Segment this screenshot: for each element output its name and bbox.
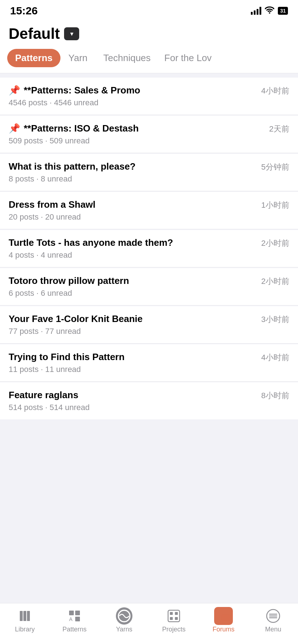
item-title: What is this pattern, please? — [9, 161, 256, 172]
page-title: Default — [9, 25, 60, 42]
item-meta: 77 posts · 77 unread — [9, 327, 256, 336]
item-title: Your Fave 1-Color Knit Beanie — [9, 313, 256, 325]
list-item[interactable]: Your Fave 1-Color Knit Beanie 77 posts ·… — [0, 306, 298, 344]
tab-techniques[interactable]: Techniques — [95, 49, 159, 67]
bottom-navigation: Library A Patterns Yarns — [0, 603, 298, 644]
menu-label: Menu — [265, 626, 281, 633]
nav-item-library[interactable]: Library — [7, 608, 43, 633]
list-item[interactable]: 📌 **Patterns: Sales & Promo 4546 posts ·… — [0, 78, 298, 115]
nav-item-forums[interactable]: Forums — [206, 608, 241, 633]
item-title: 📌 **Patterns: Sales & Promo — [9, 85, 256, 96]
item-meta: 11 posts · 11 unread — [9, 365, 256, 374]
header: Default ▾ — [0, 19, 298, 45]
item-content: Turtle Tots - has anyone made them? 4 po… — [9, 237, 261, 260]
item-meta: 20 posts · 20 unread — [9, 212, 256, 222]
nav-item-projects[interactable]: Projects — [156, 608, 192, 633]
item-content: Trying to Find this Pattern 11 posts · 1… — [9, 351, 261, 374]
svg-rect-6 — [75, 617, 80, 621]
list-item[interactable]: What is this pattern, please? 8 posts · … — [0, 154, 298, 191]
svg-rect-1 — [23, 611, 26, 621]
item-title: 📌 **Patterns: ISO & Destash — [9, 123, 263, 134]
svg-rect-14 — [221, 615, 230, 621]
item-content: Feature raglans 514 posts · 514 unread — [9, 390, 261, 412]
pin-icon: 📌 — [9, 85, 20, 96]
forums-label: Forums — [212, 626, 234, 633]
item-title: Trying to Find this Pattern — [9, 351, 256, 363]
svg-rect-8 — [168, 610, 180, 622]
item-content: What is this pattern, please? 8 posts · … — [9, 161, 261, 184]
svg-rect-2 — [27, 611, 30, 621]
item-time: 4小时前 — [261, 351, 289, 363]
tab-forlove[interactable]: For the Lov — [159, 49, 218, 67]
svg-rect-11 — [170, 617, 173, 620]
item-title: Turtle Tots - has anyone made them? — [9, 237, 256, 248]
header-title-row: Default ▾ — [9, 25, 289, 42]
nav-item-yarns[interactable]: Yarns — [106, 608, 142, 633]
menu-icon — [265, 608, 281, 624]
item-time: 5分钟前 — [261, 161, 289, 172]
item-time: 3小时前 — [261, 313, 289, 325]
dropdown-button[interactable]: ▾ — [64, 27, 79, 40]
item-content: Dress from a Shawl 20 posts · 20 unread — [9, 199, 261, 222]
item-content: 📌 **Patterns: Sales & Promo 4546 posts ·… — [9, 85, 261, 107]
chevron-down-icon: ▾ — [70, 30, 73, 38]
svg-rect-4 — [75, 611, 80, 615]
wifi-icon — [265, 6, 274, 15]
item-time: 4小时前 — [261, 85, 289, 96]
item-content: 📌 **Patterns: ISO & Destash 509 posts · … — [9, 123, 269, 146]
signal-icon — [251, 7, 261, 15]
status-time: 15:26 — [10, 5, 38, 17]
projects-label: Projects — [162, 626, 185, 633]
item-title: Feature raglans — [9, 390, 256, 401]
list-item[interactable]: 📌 **Patterns: ISO & Destash 509 posts · … — [0, 116, 298, 153]
item-meta: 8 posts · 8 unread — [9, 174, 256, 184]
yarns-label: Yarns — [116, 626, 132, 633]
svg-text:A: A — [69, 616, 73, 622]
library-label: Library — [15, 626, 35, 633]
item-time: 1小时前 — [261, 199, 289, 211]
tab-patterns[interactable]: Patterns — [7, 49, 60, 67]
item-title: Dress from a Shawl — [9, 199, 256, 210]
patterns-icon: A — [66, 608, 83, 624]
patterns-label: Patterns — [62, 626, 86, 633]
item-content: Totoro throw pillow pattern 6 posts · 6 … — [9, 275, 261, 298]
thread-list: 📌 **Patterns: Sales & Promo 4546 posts ·… — [0, 73, 298, 424]
status-icons: 31 — [251, 6, 288, 15]
item-title: Totoro throw pillow pattern — [9, 275, 256, 286]
svg-rect-0 — [20, 611, 23, 621]
tabs-bar: Patterns Yarn Techniques For the Lov — [0, 45, 298, 73]
list-item[interactable]: Totoro throw pillow pattern 6 posts · 6 … — [0, 268, 298, 305]
list-item[interactable]: Feature raglans 514 posts · 514 unread 8… — [0, 382, 298, 419]
item-time: 8小时前 — [261, 390, 289, 401]
nav-item-menu[interactable]: Menu — [255, 608, 291, 633]
projects-icon — [166, 608, 182, 624]
forums-icon — [215, 608, 232, 624]
list-item[interactable]: Dress from a Shawl 20 posts · 20 unread … — [0, 192, 298, 229]
item-meta: 509 posts · 509 unread — [9, 136, 263, 146]
svg-rect-10 — [175, 612, 178, 615]
list-item[interactable]: Trying to Find this Pattern 11 posts · 1… — [0, 344, 298, 382]
battery-icon: 31 — [278, 7, 288, 15]
pin-icon: 📌 — [9, 123, 20, 134]
nav-item-patterns[interactable]: A Patterns — [57, 608, 92, 633]
item-meta: 6 posts · 6 unread — [9, 289, 256, 298]
tab-yarn[interactable]: Yarn — [60, 49, 95, 67]
svg-rect-9 — [170, 612, 173, 615]
list-item[interactable]: Turtle Tots - has anyone made them? 4 po… — [0, 230, 298, 267]
svg-rect-12 — [175, 617, 178, 620]
item-content: Your Fave 1-Color Knit Beanie 77 posts ·… — [9, 313, 261, 336]
library-icon — [17, 608, 33, 624]
yarns-icon — [116, 608, 132, 624]
item-meta: 4 posts · 4 unread — [9, 250, 256, 260]
status-bar: 15:26 31 — [0, 0, 298, 19]
item-meta: 4546 posts · 4546 unread — [9, 98, 256, 107]
item-meta: 514 posts · 514 unread — [9, 403, 256, 412]
item-time: 2天前 — [269, 123, 289, 134]
item-time: 2小时前 — [261, 237, 289, 249]
svg-rect-3 — [69, 611, 74, 615]
item-time: 2小时前 — [261, 275, 289, 287]
